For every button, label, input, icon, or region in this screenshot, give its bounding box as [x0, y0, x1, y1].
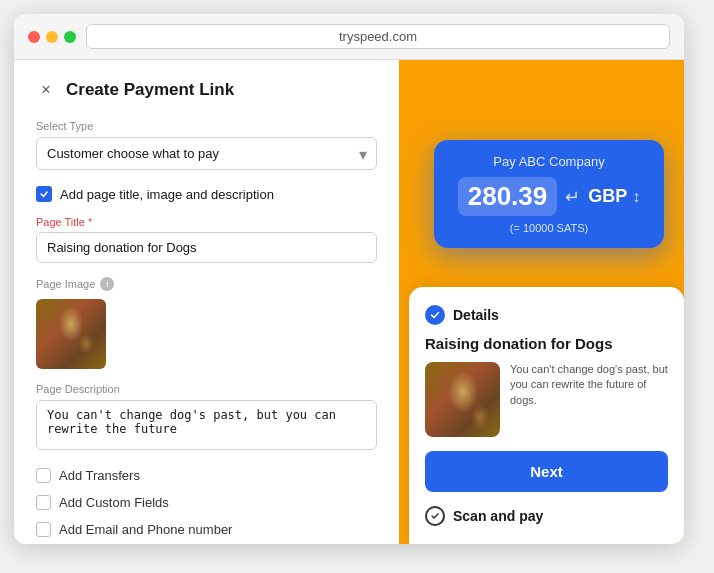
- pay-currency-row: GBP ↕: [588, 186, 640, 207]
- arrows-icon: ↕: [632, 188, 640, 206]
- browser-toolbar: tryspeed.com: [14, 14, 684, 60]
- page-image-preview[interactable]: [36, 299, 106, 369]
- close-icon[interactable]: ×: [36, 80, 56, 100]
- browser-content: × Create Payment Link Select Type Custom…: [14, 60, 684, 544]
- add-email-phone-row: Add Email and Phone number: [36, 522, 377, 537]
- scan-pay-label: Scan and pay: [453, 508, 543, 524]
- add-transfers-row: Add Transfers: [36, 468, 377, 483]
- details-check-icon: [425, 305, 445, 325]
- form-header: × Create Payment Link: [36, 80, 377, 100]
- enter-icon: ↵: [565, 186, 580, 208]
- form-panel: × Create Payment Link Select Type Custom…: [14, 60, 399, 544]
- page-description-label: Page Description: [36, 383, 377, 395]
- next-button[interactable]: Next: [425, 451, 668, 492]
- preview-donation-title: Raising donation for Dogs: [425, 335, 668, 352]
- preview-description: You can't change dog's past, but you can…: [510, 362, 668, 437]
- preview-image-desc-row: You can't change dog's past, but you can…: [425, 362, 668, 437]
- scan-pay-icon: [425, 506, 445, 526]
- select-type-wrapper: Customer choose what to pay ▾: [36, 137, 377, 170]
- add-page-details-checkbox[interactable]: [36, 186, 52, 202]
- add-email-phone-checkbox[interactable]: [36, 522, 51, 537]
- add-custom-fields-row: Add Custom Fields: [36, 495, 377, 510]
- add-transfers-checkbox[interactable]: [36, 468, 51, 483]
- payment-info-card: Pay ABC Company 280.39 ↵ GBP ↕ (= 10000 …: [434, 140, 664, 248]
- add-transfers-label: Add Transfers: [59, 468, 140, 483]
- pay-currency: GBP: [588, 186, 627, 207]
- pay-amount-row: 280.39 ↵ GBP ↕: [450, 177, 648, 216]
- add-page-details-row: Add page title, image and description: [36, 186, 377, 202]
- maximize-button[interactable]: [64, 31, 76, 43]
- preview-panel: Pay ABC Company 280.39 ↵ GBP ↕ (= 10000 …: [399, 60, 684, 544]
- pay-amount: 280.39: [458, 177, 558, 216]
- address-bar[interactable]: tryspeed.com: [86, 24, 670, 49]
- close-button[interactable]: [28, 31, 40, 43]
- add-custom-fields-label: Add Custom Fields: [59, 495, 169, 510]
- preview-dog-image: [425, 362, 500, 437]
- add-custom-fields-checkbox[interactable]: [36, 495, 51, 510]
- scan-check-svg: [430, 511, 440, 521]
- add-page-details-label: Add page title, image and description: [60, 187, 274, 202]
- minimize-button[interactable]: [46, 31, 58, 43]
- preview-section-title: Details: [453, 307, 499, 323]
- checkmark-icon: [39, 189, 49, 199]
- add-email-phone-label: Add Email and Phone number: [59, 522, 232, 537]
- traffic-lights: [28, 31, 76, 43]
- select-type-input[interactable]: Customer choose what to pay: [36, 137, 377, 170]
- form-title: Create Payment Link: [66, 80, 234, 100]
- check-svg: [429, 309, 441, 321]
- page-image-label-row: Page Image i: [36, 277, 377, 291]
- browser-window: tryspeed.com × Create Payment Link Selec…: [14, 14, 684, 544]
- page-image-label: Page Image: [36, 278, 95, 290]
- select-type-label: Select Type: [36, 120, 377, 132]
- info-icon[interactable]: i: [100, 277, 114, 291]
- page-title-group: Page Title *: [36, 216, 377, 263]
- preview-details-header: Details: [425, 305, 668, 325]
- page-title-input[interactable]: [36, 232, 377, 263]
- preview-card: Details Raising donation for Dogs You ca…: [409, 287, 684, 544]
- pay-sats: (= 10000 SATS): [450, 222, 648, 234]
- page-title-label: Page Title *: [36, 216, 377, 228]
- pay-company-label: Pay ABC Company: [450, 154, 648, 169]
- page-description-input[interactable]: You can't change dog's past, but you can…: [36, 400, 377, 450]
- scan-pay-row[interactable]: Scan and pay: [425, 506, 668, 526]
